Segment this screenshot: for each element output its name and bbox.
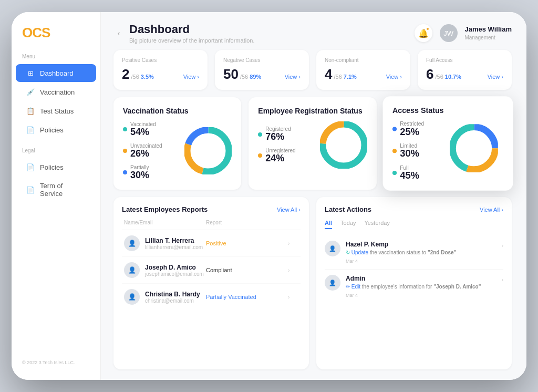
legend-value: 30%	[400, 149, 419, 159]
table-row[interactable]: 👤 Lillian T. Herrera lillianherrera@emai…	[122, 230, 301, 257]
header-title: Dashboard Big picture overview of the im…	[129, 23, 254, 44]
header: ‹ Dashboard Big picture overview of the …	[101, 12, 526, 50]
stat-view-link[interactable]: View ›	[488, 74, 503, 80]
dashboard-icon: ⊞	[26, 69, 35, 77]
vaccination-donut	[184, 127, 232, 174]
actions-view-all[interactable]: View All ›	[480, 207, 503, 213]
legend-unvaccinated: Unvaccinated 26%	[123, 143, 176, 159]
employees-table-card: Latest Employees Reports View All › Name…	[113, 197, 309, 369]
vaccination-chart: Vaccination Status Vaccinated 54%	[113, 97, 241, 190]
stat-view-link[interactable]: View ›	[285, 74, 301, 80]
stat-value: 4	[325, 66, 332, 82]
page-subtitle: Big picture overview of the important in…	[129, 37, 254, 44]
charts-row: Vaccination Status Vaccinated 54%	[101, 97, 526, 197]
header-right: 🔔 JW James William Management	[415, 24, 512, 42]
action-user: Admin	[346, 275, 496, 282]
copyright: © 2022 3 Tech Isles LLC.	[12, 354, 100, 372]
employee-avatar: 👤	[124, 235, 140, 251]
legend-partially: Partially 30%	[123, 164, 176, 181]
chart-content: Vaccinated 54% Unvaccinated 26%	[123, 121, 232, 180]
tab-all[interactable]: All	[325, 220, 332, 229]
legend-restricted: Restricted 25%	[392, 121, 441, 137]
row-chevron-icon: ›	[288, 241, 298, 246]
donut-svg	[320, 121, 367, 169]
collapse-button[interactable]: ‹	[113, 28, 124, 38]
sidebar-item-test-status[interactable]: 📋 Test Status	[16, 102, 96, 120]
legend-registered: Registered 76%	[258, 126, 311, 142]
legend-value: 54%	[130, 127, 156, 138]
employee-info: 👤 Lillian T. Herrera lillianherrera@emai…	[124, 235, 206, 251]
bottom-row: Latest Employees Reports View All › Name…	[101, 197, 526, 380]
action-row[interactable]: 👤 Admin ✏ Edit the employee's informatio…	[325, 270, 503, 303]
stat-pct: 10.7%	[445, 74, 461, 80]
legend-value: 26%	[130, 149, 162, 159]
sidebar-item-vaccination[interactable]: 💉 Vaccination	[16, 83, 96, 101]
table-header: Name/Email Report	[122, 220, 301, 230]
legend-dot	[258, 153, 262, 158]
actions-title: Latest Actions	[325, 205, 371, 213]
stat-label: Positive Cases	[122, 57, 199, 63]
stat-pct: 3.5%	[141, 74, 154, 80]
col-action	[288, 220, 298, 225]
actions-tabs: All Today Yesterday	[325, 220, 503, 229]
employee-info: 👤 Christina B. Hardy christina@email.com	[124, 289, 206, 305]
legend-dot	[392, 149, 397, 153]
employee-email: josephamico@email.com	[145, 271, 204, 277]
tab-today[interactable]: Today	[340, 220, 356, 229]
employee-details: Lillian T. Herrera lillianherrera@email.…	[145, 237, 203, 250]
action-chevron-icon: ›	[502, 277, 503, 283]
user-role: Management	[465, 34, 512, 41]
legend: Restricted 25% Limited 30%	[392, 121, 441, 181]
chart-title: Vaccination Status	[123, 107, 232, 115]
stat-label: Negative Cases	[223, 57, 301, 63]
sidebar-item-policies[interactable]: 📄 Policies	[16, 121, 96, 139]
avatar: JW	[440, 24, 458, 42]
donut-svg	[184, 127, 232, 174]
action-row[interactable]: 👤 Hazel P. Kemp ↻ Update the vaccination…	[325, 235, 503, 270]
legend-value: 24%	[265, 153, 295, 164]
legend-limited: Limited 30%	[392, 143, 441, 159]
legend-dot	[392, 127, 397, 131]
employees-view-all[interactable]: View All ›	[277, 207, 301, 213]
employee-details: Joseph D. Amico josephamico@email.com	[145, 264, 204, 277]
access-donut	[450, 124, 503, 178]
terms-icon: 📄	[26, 185, 35, 194]
action-description: ↻ Update the vaccination status to "2nd …	[346, 249, 496, 256]
test-status-icon: 📋	[26, 107, 35, 115]
stat-value: 6	[426, 66, 433, 82]
stat-view-link[interactable]: View ›	[183, 74, 199, 80]
employee-name: Lillian T. Herrera	[145, 237, 203, 244]
sidebar-item-dashboard[interactable]: ⊞ Dashboard	[16, 64, 96, 82]
sidebar-item-label: Vaccination	[40, 88, 75, 96]
menu-label: Menu	[12, 54, 100, 64]
stat-view-link[interactable]: View ›	[386, 74, 402, 80]
action-date: Mar 4	[346, 293, 496, 298]
logo: OCS	[12, 25, 100, 54]
legend-label: Partially	[130, 164, 149, 170]
legend-label: Full	[400, 164, 419, 170]
sidebar-item-label: Policies	[40, 126, 64, 134]
employee-email: christina@email.com	[145, 298, 200, 304]
table-row[interactable]: 👤 Christina B. Hardy christina@email.com…	[122, 284, 301, 310]
tab-yesterday[interactable]: Yesterday	[364, 220, 390, 229]
action-text: the vaccination status to	[370, 250, 428, 255]
legend-value: 76%	[265, 132, 291, 142]
legend-value: 45%	[400, 171, 419, 181]
action-avatar: 👤	[325, 241, 340, 256]
stat-value: 50	[223, 66, 239, 82]
registration-chart: Employee Registration Status Registered …	[249, 97, 376, 190]
user-info: James William Management	[465, 25, 512, 41]
sidebar-item-terms[interactable]: 📄 Term of Service	[16, 177, 96, 202]
legend-dot	[123, 149, 127, 153]
table-row[interactable]: 👤 Joseph D. Amico josephamico@email.com …	[122, 257, 301, 284]
stat-total: /56	[435, 74, 443, 80]
registration-donut	[320, 121, 367, 169]
action-user: Hazel P. Kemp	[346, 241, 496, 248]
col-report: Report	[206, 220, 288, 225]
action-verb: Edit	[351, 284, 360, 290]
stat-pct: 89%	[250, 74, 261, 80]
notification-bell[interactable]: 🔔	[415, 24, 432, 42]
legend-unregistered: Unregistered 24%	[258, 148, 311, 164]
row-chevron-icon: ›	[288, 267, 298, 273]
sidebar-item-legal-policies[interactable]: 📄 Policies	[16, 158, 96, 176]
